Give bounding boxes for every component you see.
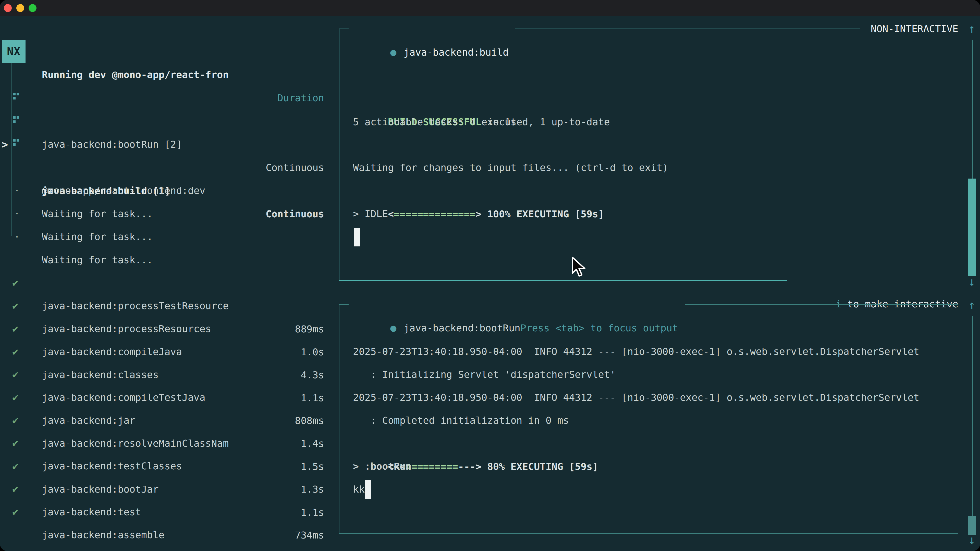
sidebar-item-completed[interactable]: ✔ java-backend:resolveMainClassNam 1.5s bbox=[0, 386, 339, 409]
terminal-cursor bbox=[354, 228, 360, 246]
task-dot-icon: ● bbox=[390, 46, 396, 58]
maximize-button[interactable] bbox=[29, 4, 37, 12]
sidebar-header: Running dev @mono-app/react-fron Duratio… bbox=[0, 40, 339, 63]
sidebar-item-completed[interactable]: ✔ java-backend:processTestResource 889ms bbox=[0, 248, 339, 271]
sidebar-item-waiting: · Waiting for task... bbox=[0, 179, 339, 202]
sidebar-footer: ← 1/2 → quit: q help: ? bbox=[0, 523, 339, 546]
check-icon: ✔ bbox=[12, 500, 18, 524]
scrollbar-track[interactable] bbox=[971, 316, 973, 516]
sidebar-item-build-selected[interactable]: > java-backend:build [1] Continuous bbox=[0, 110, 339, 133]
build-pane-title: java-backend:build bbox=[404, 47, 509, 58]
waiting-changes-line: Waiting for changes to input files... (c… bbox=[353, 156, 668, 179]
sidebar-item-completed[interactable]: ✔ java-backend:assemble 774ms bbox=[0, 477, 339, 500]
progress-bracket-right: ---> bbox=[458, 461, 482, 472]
progress-bar-fill: ============== bbox=[394, 208, 476, 220]
scroll-up-icon[interactable]: ↑ bbox=[965, 17, 978, 40]
build-progress-line: <==============> 100% EXECUTING [59s] bbox=[353, 179, 604, 203]
terminal-window: NX Running dev @mono-app/react-fron Dura… bbox=[0, 0, 980, 551]
spinner-icon bbox=[13, 139, 21, 147]
spinner-icon bbox=[13, 93, 21, 101]
sidebar-item-completed[interactable]: ✔ java-backend:compileTestJava 808ms bbox=[0, 340, 339, 363]
scrollbar-track[interactable] bbox=[971, 40, 973, 179]
progress-bracket-left: < bbox=[388, 208, 394, 220]
sidebar-item-waiting: · Waiting for task... bbox=[0, 202, 339, 225]
mouse-cursor bbox=[571, 256, 586, 278]
progress-label: 100% EXECUTING [59s] bbox=[481, 208, 604, 220]
sidebar-item-frontend-dev[interactable]: @mono-app/react-frontend:dev Continuous bbox=[0, 133, 339, 156]
task-duration: 1.1s bbox=[301, 501, 324, 524]
log-line: 2025-07-23T13:40:18.950-04:00 INFO 44312… bbox=[353, 340, 919, 363]
focus-output-hint: Press <tab> to focus output bbox=[520, 322, 678, 333]
build-output-pane[interactable]: ●java-backend:build NON-INTERACTIVE BUIL… bbox=[339, 29, 958, 281]
sidebar-header-title: Running dev @mono-app/react-fron bbox=[42, 63, 229, 86]
sidebar-item-completed[interactable]: ✔ java-backend:jar 1.4s bbox=[0, 362, 339, 386]
waiting-label: Waiting for task... bbox=[42, 225, 153, 248]
build-success-line: BUILD SUCCESSFUL in 1s bbox=[353, 87, 517, 110]
close-button[interactable] bbox=[4, 4, 12, 12]
current-task-line: > :bootRun bbox=[353, 455, 411, 478]
progress-label: 80% EXECUTING [59s] bbox=[481, 461, 598, 472]
sidebar-item-completed[interactable]: ✔ java-backend:testClasses 1.3s bbox=[0, 408, 339, 431]
bootrun-output-pane[interactable]: ●java-backend:bootRunPress <tab> to focu… bbox=[339, 304, 958, 534]
build-pane-header: ●java-backend:build bbox=[348, 17, 515, 41]
terminal-cursor bbox=[365, 480, 371, 499]
minimize-button[interactable] bbox=[16, 4, 24, 12]
title-bar bbox=[0, 0, 980, 16]
scrollbar-thumb[interactable] bbox=[968, 179, 976, 276]
sidebar-item-waiting: · Waiting for task... bbox=[0, 156, 339, 179]
stdin-input-line[interactable]: kk bbox=[353, 478, 365, 501]
progress-bar-fill: ========= bbox=[406, 461, 458, 472]
sidebar-item-completed[interactable]: ✔ java-backend:test 734ms bbox=[0, 454, 339, 477]
spinner-icon bbox=[13, 116, 21, 124]
sidebar-item-completed[interactable]: ✔ java-backend:classes 1.1s bbox=[0, 317, 339, 340]
scroll-down-icon[interactable]: ↓ bbox=[965, 270, 978, 293]
task-dot-icon: ● bbox=[390, 322, 396, 333]
log-line: : Completed initialization in 0 ms bbox=[353, 409, 569, 432]
log-line: 2025-07-23T13:40:18.950-04:00 INFO 44312… bbox=[353, 386, 919, 409]
scroll-up-icon[interactable]: ↑ bbox=[965, 293, 978, 317]
bootrun-progress-line: <<<=========---> 80% EXECUTING [59s] bbox=[353, 432, 598, 455]
task-name: java-backend:test bbox=[42, 500, 141, 524]
sidebar-item-completed[interactable]: ✔ java-backend:processResources 1.0s bbox=[0, 271, 339, 294]
tasks-summary-line: 5 actionable tasks: 4 executed, 1 up-to-… bbox=[353, 110, 610, 134]
interactive-hint: i to make interactive bbox=[788, 269, 958, 292]
sidebar-item-completed[interactable]: ✔ java-backend:bootJar 1.1s bbox=[0, 431, 339, 454]
bootrun-pane-title: java-backend:bootRun bbox=[404, 322, 520, 333]
sidebar-item-bootrun[interactable]: java-backend:bootRun [2] Continuous bbox=[0, 86, 339, 110]
bullet-icon: · bbox=[14, 225, 20, 248]
idle-line: > IDLE bbox=[353, 202, 388, 225]
progress-bracket-right: > bbox=[476, 208, 481, 220]
bootrun-pane-header: ●java-backend:bootRunPress <tab> to focu… bbox=[348, 293, 685, 316]
sidebar-item-completed[interactable]: ✔ java-backend:compileJava 4.3s bbox=[0, 294, 339, 317]
task-duration: 774ms bbox=[295, 547, 324, 551]
scroll-down-icon[interactable]: ↓ bbox=[965, 528, 978, 551]
log-line: : Initializing Servlet 'dispatcherServle… bbox=[353, 363, 616, 386]
non-interactive-badge: NON-INTERACTIVE bbox=[860, 17, 958, 41]
